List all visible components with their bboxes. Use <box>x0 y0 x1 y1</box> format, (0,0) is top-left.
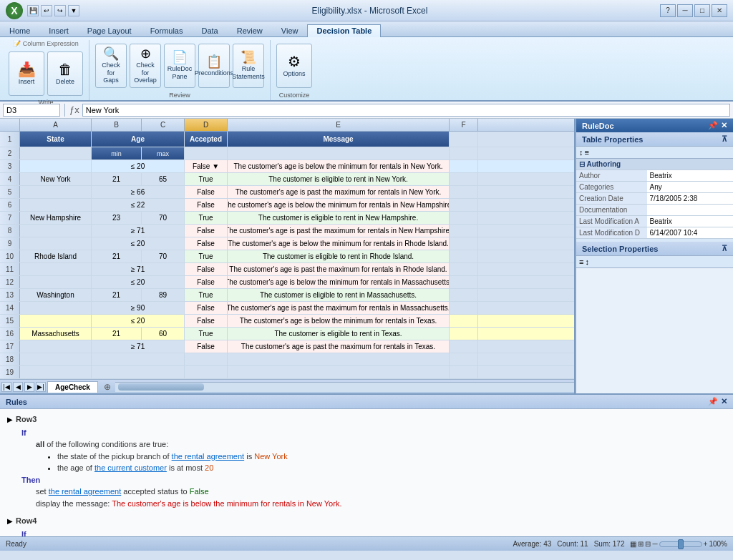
rules-panel-controls[interactable]: 📌 ✕ <box>708 397 727 406</box>
cell-11d[interactable]: False <box>185 263 228 275</box>
sheet-next-btn[interactable]: ▶ <box>24 382 34 392</box>
cell-6e[interactable]: The customer's age is below the minimum … <box>228 199 450 211</box>
cell-10d[interactable]: True <box>185 250 228 262</box>
rental-agreement-link-2[interactable]: the rental agreement <box>49 487 122 496</box>
col-header-c[interactable]: C <box>142 119 185 131</box>
cell-15b[interactable]: ≤ 20 <box>92 315 185 327</box>
cell-11e[interactable]: The customer's age is past the maximum f… <box>228 263 450 275</box>
cell-15d[interactable]: False <box>185 315 228 327</box>
check-overlap-button[interactable]: ⊕ Check forOverlap <box>130 44 161 88</box>
documentation-value[interactable] <box>647 205 733 216</box>
zoom-slider[interactable] <box>659 541 702 547</box>
cell-9e[interactable]: The customer's age is below the minimum … <box>228 237 450 250</box>
undo-quick-btn[interactable]: ↩ <box>41 5 52 16</box>
cell-2c[interactable]: max <box>142 147 185 159</box>
restore-btn[interactable]: □ <box>694 4 710 17</box>
cell-14e[interactable]: The customer's age is past the maximum f… <box>228 302 450 314</box>
cell-10c[interactable]: 70 <box>142 250 185 262</box>
sheet-first-btn[interactable]: |◀ <box>1 382 11 392</box>
cell-16e[interactable]: The customer is eligible to rent in Texa… <box>228 328 450 340</box>
cell-16a[interactable]: Massachusetts <box>20 328 92 340</box>
redo-quick-btn[interactable]: ↪ <box>54 5 66 16</box>
cell-8d[interactable]: False <box>185 225 228 237</box>
ruledoc-pane-button[interactable]: 📄 RuleDocPane <box>164 44 195 88</box>
rules-panel-pin[interactable]: 📌 <box>708 397 718 406</box>
cell-3b[interactable]: ≤ 20 <box>92 160 185 172</box>
cell-1e[interactable]: Message <box>228 132 450 147</box>
rule-expand-icon[interactable]: ▶ <box>7 414 13 425</box>
col-header-e[interactable]: E <box>228 119 450 131</box>
selection-collapse-btn[interactable]: ⊼ <box>722 244 727 253</box>
creation-date-value[interactable]: 7/18/2005 2:38 <box>647 193 733 205</box>
categories-value[interactable]: Any <box>647 182 733 193</box>
save-quick-btn[interactable]: 💾 <box>27 5 39 16</box>
check-gaps-button[interactable]: 🔍 Check forGaps <box>95 44 127 88</box>
view-pagebreak-icon[interactable]: ⊟ <box>645 540 651 548</box>
minimize-btn[interactable]: ─ <box>677 4 693 17</box>
cell-13c[interactable]: 89 <box>142 289 185 301</box>
cell-7e[interactable]: The customer is eligible to rent in New … <box>228 212 450 224</box>
cell-13d[interactable]: True <box>185 289 228 301</box>
sheet-tab-agecheck[interactable]: AgeCheck <box>47 381 98 393</box>
quick-access-toolbar[interactable]: 💾 ↩ ↪ ▼ <box>27 5 79 16</box>
col-header-b[interactable]: B <box>92 119 142 131</box>
preconditions-button[interactable]: 📋 Preconditions <box>198 44 230 88</box>
cell-5b[interactable]: ≥ 66 <box>92 186 185 198</box>
tab-data[interactable]: Data <box>192 24 227 37</box>
cell-16c[interactable]: 60 <box>142 328 185 340</box>
last-mod-a-value[interactable]: Beatrix <box>647 216 733 227</box>
cell-1b[interactable]: Age <box>92 132 185 147</box>
cell-16b[interactable]: 21 <box>92 328 142 340</box>
cell-8b[interactable]: ≥ 71 <box>92 225 185 237</box>
author-value[interactable]: Beatrix <box>647 170 733 182</box>
insert-button[interactable]: 📥 Insert <box>9 51 44 96</box>
cell-13b[interactable]: 21 <box>92 289 142 301</box>
cell-17b[interactable]: ≥ 71 <box>92 340 185 353</box>
cell-9d[interactable]: False <box>185 237 228 250</box>
cell-4e[interactable]: The customer is eligible to rent in New … <box>228 173 450 185</box>
collapse-btn[interactable]: ⊼ <box>722 134 727 144</box>
cell-5d[interactable]: False <box>185 186 228 198</box>
panel-pin-btn[interactable]: 📌 <box>708 121 718 130</box>
cell-12e[interactable]: The customer's age is below the minimum … <box>228 276 450 288</box>
cell-6d[interactable]: False <box>185 199 228 211</box>
cell-1d[interactable]: Accepted <box>185 132 228 147</box>
cell-3e[interactable]: The customer's age is below the minimum … <box>228 160 450 172</box>
cell-reference-box[interactable]: D3 <box>3 104 60 117</box>
cell-13e[interactable]: The customer is eligible to rent in Mass… <box>228 289 450 301</box>
cell-7b[interactable]: 23 <box>92 212 142 224</box>
cell-13a[interactable]: Washington <box>20 289 92 301</box>
col-header-a[interactable]: A <box>20 119 92 131</box>
cell-12b[interactable]: ≤ 20 <box>92 276 185 288</box>
zoom-in-btn[interactable]: + <box>704 540 708 548</box>
cell-17e[interactable]: The customer's age is past the maximum f… <box>228 340 450 353</box>
options-button[interactable]: ⚙ Options <box>276 44 312 88</box>
panel-close-btn[interactable]: ✕ <box>721 121 727 130</box>
quick-menu-btn[interactable]: ▼ <box>68 5 79 16</box>
delete-button[interactable]: 🗑 Delete <box>47 51 83 96</box>
cell-7d[interactable]: True <box>185 212 228 224</box>
tab-formulas[interactable]: Formulas <box>141 24 193 37</box>
rule-expand-icon-2[interactable]: ▶ <box>7 516 13 526</box>
view-normal-icon[interactable]: ▦ <box>630 540 636 548</box>
sheet-nav[interactable]: |◀ ◀ ▶ ▶| <box>0 380 47 393</box>
scrollbar-thumb[interactable] <box>118 383 204 390</box>
cell-4a[interactable]: New York <box>20 173 92 185</box>
section-controls[interactable]: ⊼ <box>722 134 727 144</box>
cell-7c[interactable]: 70 <box>142 212 185 224</box>
sheet-icon[interactable]: ⊕ <box>99 382 115 392</box>
tab-insert[interactable]: Insert <box>39 24 78 37</box>
cell-4b[interactable]: 21 <box>92 173 142 185</box>
cell-17d[interactable]: False <box>185 340 228 353</box>
selection-section-controls[interactable]: ⊼ <box>722 244 727 253</box>
rule-statements-button[interactable]: 📜 RuleStatements <box>233 44 264 88</box>
col-header-f[interactable]: F <box>450 119 478 131</box>
tab-home[interactable]: Home <box>0 24 39 37</box>
close-btn[interactable]: ✕ <box>712 4 727 17</box>
formula-input[interactable] <box>82 104 730 117</box>
rules-panel-close[interactable]: ✕ <box>721 397 727 406</box>
cell-1a[interactable]: State <box>20 132 92 147</box>
cell-12d[interactable]: False <box>185 276 228 288</box>
cell-4c[interactable]: 65 <box>142 173 185 185</box>
panel-controls[interactable]: 📌 ✕ <box>708 121 727 130</box>
